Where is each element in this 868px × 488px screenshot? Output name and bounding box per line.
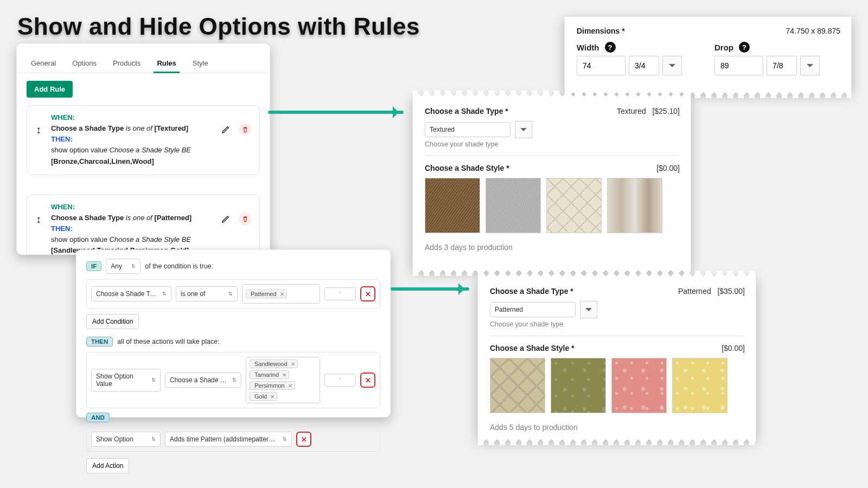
delete-condition-button[interactable]: ✕ (360, 286, 375, 301)
rules-tabs: General Options Products Rules Style (17, 44, 270, 73)
action-target-value-2: Adds time Pattern (addstimepattern) - In… (170, 435, 278, 443)
condition-operator-select[interactable]: is one of⇅ (176, 286, 238, 301)
and-pill: AND (86, 413, 110, 422)
condition-field-select[interactable]: Choose a Shade Type (choseashadestyletyp… (91, 286, 171, 301)
shade-type-help: Choose your shade type (425, 140, 680, 148)
chip-remove-icon[interactable]: ✕ (280, 291, 284, 297)
divider (490, 336, 745, 336)
swatch-charcoal[interactable] (486, 178, 541, 233)
swatch-sandlewood[interactable] (490, 358, 545, 413)
if-pill: IF (86, 261, 101, 271)
condition-value-dropdown[interactable]: ˅ (324, 287, 356, 300)
width-fraction-input[interactable] (629, 56, 659, 75)
caret-icon: ⇅ (151, 436, 156, 442)
when-label: WHEN: (51, 113, 75, 121)
rule2-values: [Patterned] (155, 214, 192, 222)
help-icon[interactable]: ? (739, 42, 750, 53)
swatch-linen[interactable] (546, 178, 602, 233)
shade-style-price: [$0.00] (656, 164, 680, 172)
drop-fraction-input[interactable] (767, 56, 797, 75)
drop-input[interactable] (714, 56, 763, 75)
chip-patterned[interactable]: Patterned✕ (246, 290, 287, 298)
chip-remove-icon[interactable]: ✕ (291, 361, 295, 367)
width-label: Width (577, 43, 599, 52)
drag-handle-icon[interactable]: ↕ (36, 124, 41, 135)
action-target-value: Choose a Shade Style BE (color) - Swatch (170, 376, 228, 384)
tab-general[interactable]: General (28, 55, 59, 73)
shade-preview-textured: Choose a Shade Type * Textured [$25.10] … (412, 97, 691, 270)
shade-type-price: [$25.10] (652, 107, 680, 115)
swatch-gold[interactable] (672, 358, 727, 413)
delete-rule-2-button[interactable] (239, 213, 252, 226)
match-mode-select[interactable]: Any⇅ (106, 259, 141, 274)
action-type-select[interactable]: Show Option Value⇅ (91, 369, 161, 391)
shade-type-selected: Textured (617, 107, 646, 115)
then-tail-text: all of these actions will take place: (117, 338, 219, 345)
chip-sandlewood[interactable]: Sandlewood✕ (250, 359, 298, 368)
chip-persimmon[interactable]: Persimmon✕ (250, 381, 295, 390)
shade-type-select-2[interactable]: Patterned (490, 302, 576, 317)
arrow-2 (391, 287, 469, 291)
chip-gold[interactable]: Gold✕ (250, 392, 277, 401)
shade-type-dropdown-2[interactable] (580, 301, 597, 318)
chip-remove-icon[interactable]: ✕ (270, 394, 275, 400)
tab-rules[interactable]: Rules (154, 55, 179, 73)
shade-type-heading-2: Choose a Shade Type * (490, 287, 573, 296)
swatch-tamarind[interactable] (551, 358, 606, 413)
tab-products[interactable]: Products (110, 55, 144, 73)
tab-options[interactable]: Options (69, 55, 100, 73)
shade-preview-patterned: Choose a Shade Type * Patterned [$35.00]… (477, 277, 756, 439)
shade-type-price-2: [$35.00] (717, 287, 745, 296)
action-target-select[interactable]: Choose a Shade Style BE (color) - Swatch… (165, 373, 241, 388)
caret-icon: ⇅ (232, 377, 237, 383)
chevron-down-icon: ˅ (339, 377, 342, 383)
shade-style-heading-2: Choose a Shade Style * (490, 344, 575, 352)
condition-field-value: Choose a Shade Type (choseashadestyletyp… (96, 290, 158, 298)
chip-remove-icon[interactable]: ✕ (288, 383, 292, 389)
action-type-value: Show Option Value (96, 373, 147, 388)
delete-action-1-button[interactable]: ✕ (360, 373, 375, 388)
chip-text: Gold (254, 393, 267, 400)
dimensions-heading: Dimensions * (577, 27, 625, 35)
tab-style[interactable]: Style (189, 55, 212, 73)
delete-action-2-button[interactable]: ✕ (296, 432, 311, 447)
shade-type-dropdown[interactable] (515, 121, 532, 138)
action-value-dropdown[interactable]: ˅ (324, 374, 356, 387)
drop-fraction-dropdown[interactable] (800, 56, 820, 75)
shade-type-help-2: Choose your shade type (490, 320, 745, 328)
caret-icon: ⇅ (228, 291, 233, 297)
swatch-wood[interactable] (607, 178, 662, 233)
action-row-2: Show Option⇅ Adds time Pattern (addstime… (86, 427, 380, 452)
swatch-bronze[interactable] (425, 178, 480, 233)
pencil-icon (221, 215, 230, 223)
action-value-chips[interactable]: Sandlewood✕Tamarind✕Persimmon✕Gold✕ (246, 357, 320, 403)
divider (425, 156, 680, 156)
action-type-select-2[interactable]: Show Option⇅ (91, 432, 161, 447)
add-action-button[interactable]: Add Action (86, 458, 129, 473)
add-rule-button[interactable]: Add Rule (27, 81, 73, 98)
chevron-down-icon (669, 64, 675, 70)
rule2-subject: Choose a Shade Type (51, 214, 124, 222)
delete-rule-1-button[interactable] (239, 123, 252, 136)
condition-row-1: Choose a Shade Type (choseashadestyletyp… (86, 279, 380, 309)
edit-rule-1-button[interactable] (219, 123, 232, 136)
drag-handle-icon[interactable]: ↕ (36, 214, 41, 224)
swatch-persimmon[interactable] (611, 358, 667, 413)
then-pill: THEN (86, 337, 113, 346)
edit-rule-2-button[interactable] (219, 213, 232, 226)
help-icon[interactable]: ? (605, 42, 616, 53)
shade-type-value-2: Patterned (495, 306, 523, 313)
width-fraction-dropdown[interactable] (662, 56, 682, 75)
chip-tamarind[interactable]: Tamarind✕ (250, 370, 289, 379)
chip-remove-icon[interactable]: ✕ (282, 372, 286, 378)
add-condition-button[interactable]: Add Condition (86, 314, 139, 329)
drop-label: Drop (714, 43, 733, 52)
condition-tail-text: of the condition is true: (145, 262, 213, 270)
shade-type-select[interactable]: Textured (425, 122, 510, 137)
width-input[interactable] (577, 56, 626, 75)
rule1-target: Choose a Shade Style BE (110, 146, 191, 154)
rule-row-2: ↕ WHEN: Choose a Shade Type is one of [P… (27, 195, 260, 254)
caret-icon: ⇅ (283, 436, 287, 442)
condition-value-chips[interactable]: Patterned✕ (242, 284, 320, 304)
action-target-select-2[interactable]: Adds time Pattern (addstimepattern) - In… (165, 432, 292, 447)
